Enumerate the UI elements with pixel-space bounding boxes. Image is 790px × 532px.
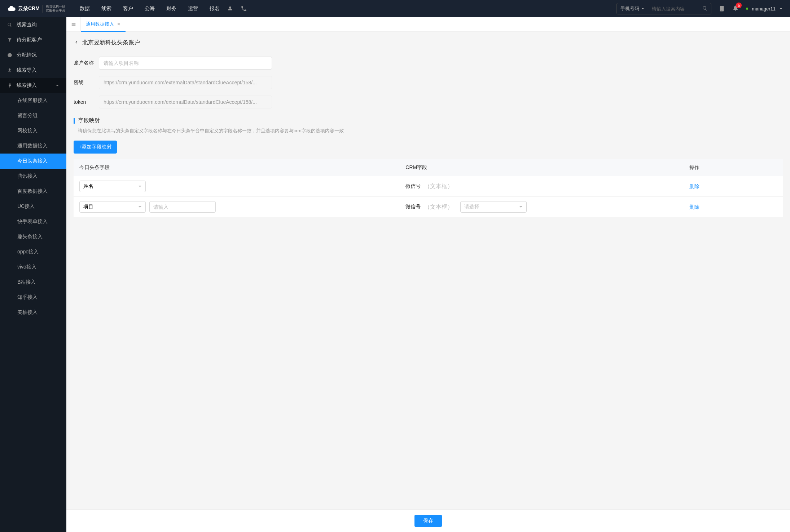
secret-label: 密钥 — [74, 79, 99, 86]
nav-item-1[interactable]: 线索 — [101, 0, 111, 17]
search-button[interactable] — [699, 6, 711, 12]
filter-icon — [7, 37, 12, 43]
notification-badge: 5 — [736, 3, 742, 8]
table-row: 项目微信号（文本框）请选择删除 — [74, 197, 783, 217]
sidebar-sub-3[interactable]: 通用数据接入 — [0, 138, 66, 154]
logo: 云朵CRM 教育机构一站 式服务云平台 — [7, 4, 65, 13]
sidebar-sub-13[interactable]: 知乎接入 — [0, 290, 66, 305]
sidebar-sub-1[interactable]: 留言分组 — [0, 108, 66, 123]
tabs-menu-button[interactable] — [66, 17, 81, 32]
mobile-icon[interactable] — [719, 5, 725, 12]
table-row: 姓名微信号（文本框）删除 — [74, 176, 783, 197]
crm-field-hint: （文本框） — [424, 203, 453, 211]
delete-button[interactable]: 删除 — [689, 183, 699, 190]
sidebar-sub-12[interactable]: B站接入 — [0, 275, 66, 290]
nav-item-2[interactable]: 客户 — [123, 0, 133, 17]
user-add-icon[interactable] — [227, 5, 233, 12]
main: 通用数据接入 ✕ 北京昱新科技头条账户 账户名称 密钥 — [66, 17, 790, 532]
secret-input[interactable] — [99, 76, 272, 89]
chevron-up-icon — [56, 84, 59, 87]
toutiao-extra-input[interactable] — [149, 201, 216, 213]
user-name: manager11 — [752, 6, 776, 12]
crm-field-select[interactable]: 请选择 — [460, 201, 527, 213]
chevron-down-icon — [779, 7, 783, 10]
brand-name: 云朵CRM — [18, 5, 40, 12]
clock-icon — [7, 53, 12, 58]
tab-general-data[interactable]: 通用数据接入 ✕ — [81, 17, 126, 32]
tab-close-icon[interactable]: ✕ — [117, 22, 120, 27]
top-nav: 数据线索客户公海财务运营报名 — [80, 0, 220, 17]
token-label: token — [74, 99, 99, 105]
nav-item-0[interactable]: 数据 — [80, 0, 90, 17]
search-input[interactable] — [648, 6, 699, 12]
nav-item-6[interactable]: 报名 — [210, 0, 220, 17]
footer: 保存 — [66, 509, 790, 532]
status-dot-icon — [746, 8, 748, 10]
search-icon — [7, 22, 12, 27]
back-button[interactable] — [74, 40, 79, 46]
phone-icon[interactable] — [241, 5, 247, 12]
sidebar-sub-11[interactable]: vivo接入 — [0, 260, 66, 275]
search-icon — [702, 6, 707, 11]
add-mapping-button[interactable]: +添加字段映射 — [74, 141, 117, 154]
toutiao-field-select[interactable]: 姓名 — [79, 181, 146, 192]
sidebar-item-2[interactable]: 分配情况 — [0, 48, 66, 63]
nav-item-4[interactable]: 财务 — [166, 0, 176, 17]
col-toutiao: 今日头条字段 — [74, 159, 400, 176]
sidebar-item-4[interactable]: 线索接入 — [0, 78, 66, 93]
header: 云朵CRM 教育机构一站 式服务云平台 数据线索客户公海财务运营报名 手机号码 — [0, 0, 790, 17]
crm-field-label: 微信号 — [405, 183, 421, 190]
sidebar-sub-8[interactable]: 快手表单接入 — [0, 214, 66, 229]
sidebar-item-3[interactable]: 线索导入 — [0, 63, 66, 78]
chevron-down-icon — [519, 205, 523, 209]
crm-field-label: 微信号 — [405, 204, 421, 210]
sidebar: 线索查询待分配客户分配情况线索导入线索接入在线客服接入留言分组网校接入通用数据接… — [0, 17, 66, 532]
import-icon — [7, 68, 12, 73]
sidebar-sub-5[interactable]: 腾讯接入 — [0, 169, 66, 184]
chevron-down-icon — [641, 7, 644, 10]
cloud-icon — [7, 4, 16, 13]
brand-tagline: 教育机构一站 式服务云平台 — [43, 5, 65, 13]
save-button[interactable]: 保存 — [414, 515, 442, 527]
account-name-input[interactable] — [99, 57, 272, 70]
sidebar-sub-2[interactable]: 网校接入 — [0, 123, 66, 138]
chevron-down-icon — [138, 185, 142, 188]
nav-item-5[interactable]: 运营 — [188, 0, 198, 17]
mapping-table: 今日头条字段 CRM字段 操作 姓名微信号（文本框）删除项目微信号（文本框）请选… — [74, 159, 783, 217]
toutiao-field-select[interactable]: 项目 — [79, 201, 146, 213]
section-bar-icon — [74, 118, 75, 124]
chevron-down-icon — [138, 205, 142, 209]
sidebar-sub-9[interactable]: 趣头条接入 — [0, 229, 66, 244]
sidebar-sub-10[interactable]: oppo接入 — [0, 244, 66, 260]
sidebar-sub-0[interactable]: 在线客服接入 — [0, 93, 66, 108]
sidebar-item-1[interactable]: 待分配客户 — [0, 32, 66, 48]
token-input[interactable] — [99, 96, 272, 108]
sidebar-sub-7[interactable]: UC接入 — [0, 199, 66, 214]
mapping-desc: 请确保您在此填写的头条自定义字段名称与在今日头条平台中自定义的字段名称一致，并且… — [78, 128, 783, 134]
menu-icon — [71, 22, 76, 27]
delete-button[interactable]: 删除 — [689, 204, 699, 210]
mapping-title: 字段映射 — [78, 117, 100, 124]
search-box: 手机号码 — [616, 3, 711, 14]
sidebar-sub-6[interactable]: 百度数据接入 — [0, 184, 66, 199]
col-action: 操作 — [684, 159, 783, 176]
search-type-select[interactable]: 手机号码 — [617, 3, 648, 14]
sidebar-sub-4[interactable]: 今日头条接入 — [0, 154, 66, 169]
notifications[interactable]: 5 — [732, 5, 739, 13]
chevron-left-icon — [74, 40, 79, 45]
page-title: 北京昱新科技头条账户 — [82, 39, 140, 46]
plug-icon — [7, 83, 12, 88]
sidebar-item-0[interactable]: 线索查询 — [0, 17, 66, 32]
tabs-bar: 通用数据接入 ✕ — [66, 17, 790, 32]
user-menu[interactable]: manager11 — [746, 6, 783, 12]
sidebar-sub-14[interactable]: 美柚接入 — [0, 305, 66, 320]
account-name-label: 账户名称 — [74, 60, 99, 66]
col-crm: CRM字段 — [400, 159, 683, 176]
crm-field-hint: （文本框） — [424, 183, 453, 190]
nav-item-3[interactable]: 公海 — [145, 0, 155, 17]
